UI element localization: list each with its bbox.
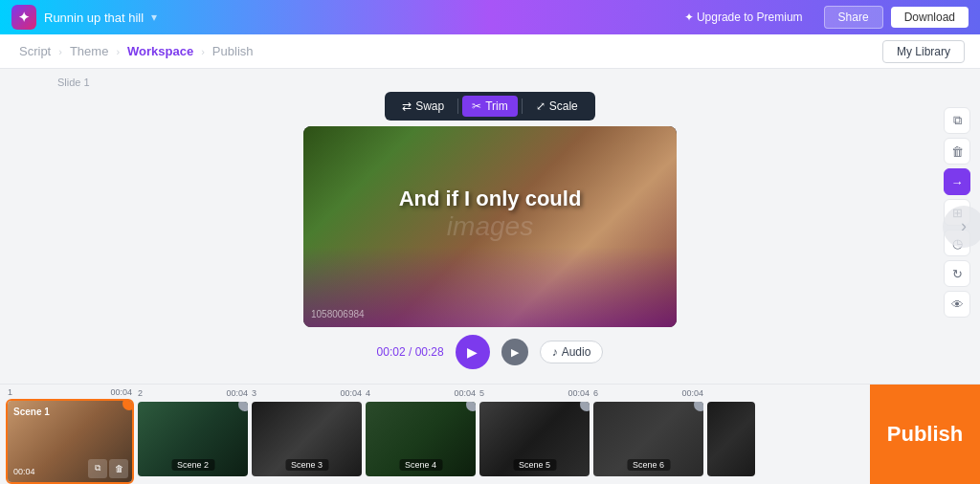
nav-chevron-3: ›	[201, 46, 205, 57]
scene-item-3[interactable]: 3 00:04 Scene 3	[252, 402, 362, 476]
time-display: 00:02 / 00:28	[377, 345, 444, 359]
scene-badge-6	[694, 402, 703, 411]
scene-item-1[interactable]: 1 00:04 Scene 1 00:04 ⧉ 🗑	[6, 399, 134, 484]
app-logo: ✦	[11, 5, 36, 30]
publish-panel[interactable]: Publish	[870, 385, 980, 485]
scene-badge-1	[122, 401, 132, 410]
scene-label-5: Scene 5	[513, 459, 556, 471]
scene-title-1: Scene 1	[13, 407, 50, 417]
video-caption: And if I only could	[399, 187, 582, 211]
scene-time-4: 00:04	[454, 388, 476, 398]
trim-icon: ✂	[472, 99, 481, 113]
scene-thumb-5: Scene 5	[479, 402, 590, 476]
scene-item-7[interactable]: 7	[707, 402, 755, 476]
scene-badge-4	[466, 402, 476, 411]
scene-delete-1[interactable]: 🗑	[109, 459, 128, 478]
video-preview: And if I only could images 1058006984	[303, 126, 677, 327]
scene-item-5[interactable]: 5 00:04 Scene 5	[479, 402, 590, 476]
audio-icon: ♪	[552, 345, 558, 359]
publish-panel-label: Publish	[887, 422, 963, 447]
eye-icon-button[interactable]: 👁	[944, 291, 970, 318]
scene-number-5: 5	[479, 388, 484, 398]
scene-thumb-3: Scene 3	[252, 402, 362, 476]
topbar-left: ✦ Runnin up that hill ▾	[11, 5, 157, 30]
my-library-button[interactable]: My Library	[882, 40, 965, 63]
toolbar-divider-1	[457, 99, 458, 114]
audio-button[interactable]: ♪ Audio	[540, 341, 604, 363]
nav-step-script[interactable]: Script	[15, 44, 55, 58]
scale-button[interactable]: ⤢ Scale	[526, 96, 588, 117]
main-workspace: Slide 1 ⇄ Swap ✂ Trim ⤢ Scale And if I o…	[0, 69, 980, 384]
scene-duration-1: 00:04	[13, 467, 35, 476]
upgrade-button[interactable]: ✦ Upgrade to Premium	[671, 7, 816, 28]
scene-thumb-2: Scene 2	[138, 402, 248, 476]
scene-badge-5	[580, 402, 590, 411]
slide-label: Slide 1	[57, 77, 90, 88]
next-slide-button[interactable]: ›	[943, 206, 980, 248]
filmstrip-inner: 1 00:04 Scene 1 00:04 ⧉ 🗑 2 00:04 Scene …	[0, 384, 870, 484]
scene-time-5: 00:04	[568, 388, 590, 398]
scene-time-6: 00:04	[681, 388, 703, 398]
project-title: Runnin up that hill	[44, 11, 144, 25]
nav-step-publish[interactable]: Publish	[209, 44, 257, 58]
video-watermark: images	[447, 211, 533, 242]
scene-label-6: Scene 6	[627, 459, 670, 471]
scene-label-2: Scene 2	[171, 459, 214, 471]
swap-icon: ⇄	[402, 99, 412, 113]
scene-number-4: 4	[366, 388, 370, 398]
navbar: Script › Theme › Workspace › Publish My …	[0, 34, 980, 69]
playback-bar: 00:02 / 00:28 ▶ ▶ ♪ Audio	[377, 335, 604, 369]
replace-icon-button[interactable]: →	[944, 168, 970, 195]
swap-button[interactable]: ⇄ Swap	[392, 96, 454, 117]
scale-icon: ⤢	[536, 99, 546, 113]
nav-step-theme[interactable]: Theme	[66, 44, 112, 58]
scene-number-2: 2	[138, 388, 143, 398]
scene-thumb-1: Scene 1 00:04 ⧉ 🗑	[8, 401, 132, 482]
scene-time-2: 00:04	[226, 388, 248, 398]
scene-time-3: 00:04	[340, 388, 362, 398]
nav-chevron-1: ›	[58, 46, 62, 57]
scene-number-1: 1	[8, 387, 12, 397]
nav-chevron-2: ›	[116, 46, 120, 57]
scene-number-3: 3	[252, 388, 256, 398]
slide-area: Slide 1 ⇄ Swap ✂ Trim ⤢ Scale And if I o…	[0, 77, 980, 376]
scene-time-1: 00:04	[110, 387, 132, 397]
scene-item-6[interactable]: 6 00:04 Scene 6	[593, 402, 703, 476]
scene-label-3: Scene 3	[285, 459, 328, 471]
scene-item-4[interactable]: 4 00:04 Scene 4	[366, 402, 476, 476]
filmstrip: 1 00:04 Scene 1 00:04 ⧉ 🗑 2 00:04 Scene …	[0, 384, 980, 484]
play-button[interactable]: ▶	[456, 335, 490, 369]
next-frame-button[interactable]: ▶	[501, 339, 528, 365]
scene-item-2[interactable]: 2 00:04 Scene 2	[138, 402, 248, 476]
scene-copy-1[interactable]: ⧉	[88, 459, 107, 478]
media-toolbar: ⇄ Swap ✂ Trim ⤢ Scale	[385, 92, 595, 121]
toolbar-divider-2	[522, 99, 523, 114]
project-dropdown-icon[interactable]: ▾	[151, 11, 157, 24]
scene-badge-2	[238, 402, 248, 411]
scene-actions-1: ⧉ 🗑	[88, 459, 128, 478]
topbar-right: ✦ Upgrade to Premium Share Download	[671, 6, 969, 29]
refresh-icon-button[interactable]: ↻	[944, 260, 970, 287]
scene-number-6: 6	[593, 388, 598, 398]
trim-button[interactable]: ✂ Trim	[462, 96, 518, 117]
scene-label-4: Scene 4	[399, 459, 442, 471]
copy-icon-button[interactable]: ⧉	[944, 107, 970, 134]
topbar: ✦ Runnin up that hill ▾ ✦ Upgrade to Pre…	[0, 0, 980, 34]
scene-thumb-4: Scene 4	[366, 402, 476, 476]
delete-icon-button[interactable]: 🗑	[944, 138, 970, 165]
nav-steps: Script › Theme › Workspace › Publish	[15, 44, 257, 58]
download-button[interactable]: Download	[891, 7, 969, 28]
video-id: 1058006984	[311, 309, 365, 319]
nav-step-workspace[interactable]: Workspace	[123, 44, 197, 58]
share-button[interactable]: Share	[824, 6, 883, 29]
scene-thumb-6: Scene 6	[593, 402, 703, 476]
scene-thumb-7	[707, 402, 755, 476]
